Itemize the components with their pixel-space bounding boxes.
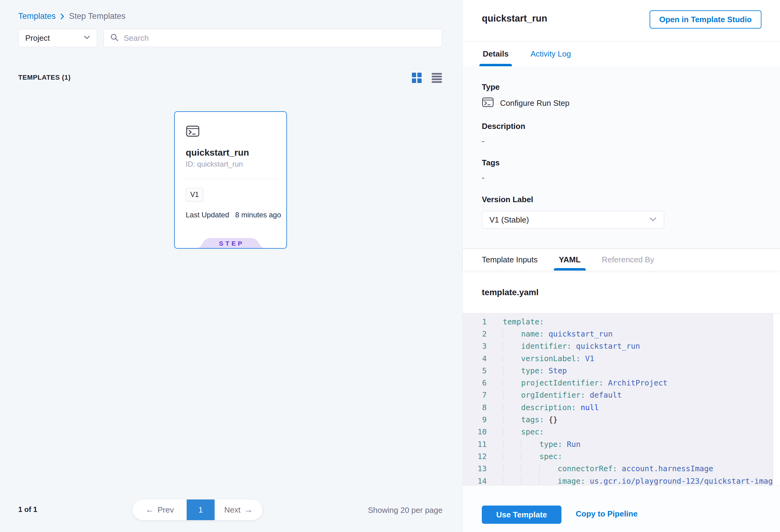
yaml-code-line: 13connectorRef: account.harnessImage [462,463,780,475]
last-updated-value: 8 minutes ago [235,211,281,219]
chevron-right-icon [60,12,65,20]
next-page-button[interactable]: Next → [214,499,262,520]
template-card[interactable]: quickstart_run ID: quickstart_run V1 Las… [174,111,287,249]
templates-list-panel: Templates Step Templates Project TEMPLAT [0,0,462,532]
yaml-code-line: 14image: us.gcr.io/playground-123/quicks… [462,475,780,485]
prev-page-button[interactable]: ← Prev [133,499,187,520]
yaml-file-name: template.yaml [482,288,539,297]
type-value-row: Configure Run Step [482,96,569,110]
template-card-id: ID: quickstart_run [186,160,243,168]
yaml-tab-bar: Template Inputs YAML Referenced By [462,249,780,271]
yaml-code-line: 2name: quickstart_run [462,328,780,340]
details-tab-bar: Details Activity Log [462,42,780,66]
template-card-title: quickstart_run [186,147,249,158]
breadcrumb-templates-link[interactable]: Templates [18,11,56,21]
prev-page-label: Prev [157,505,174,515]
tab-details[interactable]: Details [482,42,509,66]
tab-referenced-by[interactable]: Referenced By [602,249,654,271]
yaml-code-line: 3identifier: quickstart_run [462,340,780,352]
run-step-terminal-icon [482,96,494,110]
breadcrumb: Templates Step Templates [18,11,126,21]
tags-label: Tags [482,158,500,167]
yaml-code-line: 6projectIdentifier: ArchitProject [462,377,780,389]
type-label: Type [482,82,500,92]
use-template-button[interactable]: Use Template [482,505,562,524]
scope-dropdown-value: Project [25,34,50,43]
grid-view-icon[interactable] [411,72,422,83]
open-in-template-studio-button[interactable]: Open in Template Studio [649,10,762,29]
version-badge: V1 [186,188,203,201]
description-label: Description [482,122,525,131]
yaml-code-lines: 1template:2name: quickstart_run3identifi… [462,316,780,485]
step-type-ribbon: STEP [196,238,266,248]
arrow-left-icon: ← [145,505,154,515]
yaml-code-line: 5type: Step [462,365,780,377]
view-toggle [411,72,442,83]
tab-yaml[interactable]: YAML [559,249,581,271]
templates-page: Templates Step Templates Project TEMPLAT [0,0,780,532]
copy-to-pipeline-link[interactable]: Copy to Pipeline [576,509,638,519]
version-label: Version Label [482,195,533,204]
yaml-file-header: template.yaml [462,271,780,313]
code-scrollbar[interactable] [773,313,780,485]
type-value: Configure Run Step [500,98,569,108]
search-input[interactable] [124,34,436,43]
details-panel-footer: Use Template Copy to Pipeline [462,485,780,532]
arrow-right-icon: → [244,505,253,515]
list-view-icon[interactable] [431,72,442,83]
filter-row: Project [18,29,442,47]
search-icon [110,33,119,43]
template-title: quickstart_run [482,13,547,24]
yaml-code-line: 11type: Run [462,438,780,450]
yaml-code-line: 12spec: [462,450,780,463]
templates-count-label: TEMPLATES (1) [18,74,70,82]
yaml-code-viewer: 1template:2name: quickstart_run3identifi… [462,313,780,485]
next-page-label: Next [224,505,240,515]
yaml-code-line: 7orgIdentifier: default [462,389,780,401]
step-type-ribbon-label: STEP [196,240,266,247]
tab-template-inputs[interactable]: Template Inputs [482,249,538,271]
page-info: 1 of 1 [18,505,37,514]
description-value: - [482,137,485,146]
breadcrumb-current: Step Templates [69,11,126,21]
last-updated-row: Last Updated 8 minutes ago [186,211,281,219]
details-panel-header: quickstart_run Open in Template Studio [462,0,780,42]
list-header: TEMPLATES (1) [18,72,442,83]
version-select-value: V1 (Stable) [489,215,529,225]
yaml-code-line: 10spec: [462,426,780,438]
tab-activity-log[interactable]: Activity Log [530,42,572,66]
version-select[interactable]: V1 (Stable) [482,211,664,229]
yaml-code-line: 8description: null [462,401,780,414]
chevron-down-icon [84,35,90,41]
per-page-info: Showing 20 per page [358,505,443,515]
yaml-code-line: 9tags: {} [462,414,780,426]
details-content: Type Configure Run Step Description - Ta… [462,66,780,249]
search-box [103,29,442,47]
tags-value: - [482,173,485,182]
template-details-panel: quickstart_run Open in Template Studio D… [462,0,780,532]
pagination: ← Prev 1 Next → [133,499,262,520]
yaml-code-line: 4versionLabel: V1 [462,352,780,365]
page-1-button[interactable]: 1 [187,499,214,520]
chevron-down-icon [649,217,656,223]
scope-dropdown[interactable]: Project [18,29,97,47]
last-updated-label: Last Updated [186,211,229,219]
yaml-code-line: 1template: [462,316,780,328]
run-step-terminal-icon [186,124,200,139]
